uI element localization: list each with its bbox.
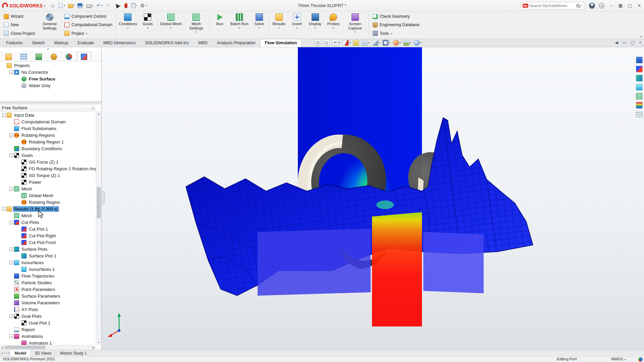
dropdown-caret-icon[interactable]: ▾	[92, 4, 93, 7]
tree-item[interactable]: -Animations	[0, 333, 96, 340]
configuration-manager-tab[interactable]	[47, 52, 61, 61]
tab-evaluate[interactable]: Evaluate	[73, 39, 99, 47]
search-box[interactable]: My ▾	[521, 2, 584, 9]
display-button[interactable]: Display▾	[306, 12, 324, 38]
user-account-icon[interactable]	[589, 3, 595, 9]
tab-flow-simulation[interactable]: Flow Simulation	[260, 39, 302, 47]
print-button[interactable]: ▾	[86, 3, 94, 9]
tree-item[interactable]: -Goal Plots	[0, 313, 96, 319]
legend-tool-icon[interactable]	[636, 102, 643, 109]
conditions-button[interactable]: Conditions▾	[117, 12, 139, 38]
rebuild-button[interactable]	[122, 2, 129, 9]
cut-plot-front-red[interactable]	[372, 212, 422, 326]
goals-button[interactable]: Goals▾	[139, 12, 157, 38]
home-button[interactable]	[49, 2, 56, 9]
doc-close-icon[interactable]: ×	[639, 40, 641, 45]
cascade-icon[interactable]: ▦	[618, 3, 623, 9]
scroll-down-icon[interactable]: ▼	[96, 340, 101, 345]
tree-item[interactable]: Rotating Region	[0, 199, 96, 205]
tab-scroll-arrow-0[interactable]: «	[1, 351, 3, 355]
tree-item[interactable]: Particle Studies	[0, 279, 96, 286]
isosurface-tool-icon[interactable]	[636, 84, 643, 90]
apply-scene-button[interactable]: ▾	[403, 40, 411, 46]
tab-solidworks-add-ins[interactable]: SOLIDWORKS Add-Ins	[140, 39, 194, 47]
insert-button[interactable]: Insert▾	[288, 12, 306, 38]
dropdown-caret-icon[interactable]: ▾	[379, 41, 380, 44]
computational-domain-button[interactable]: Computational Domain	[62, 21, 115, 29]
scroll-left-icon[interactable]: ◀	[0, 345, 5, 350]
panel-edge-grabber[interactable]	[102, 191, 105, 204]
section-view-button[interactable]: ▾	[342, 40, 351, 46]
tab-scroll-arrow-2[interactable]: ›	[6, 351, 7, 355]
dropdown-caret-icon[interactable]: ▾	[349, 41, 351, 44]
doc-tab-model[interactable]: Model	[11, 350, 31, 356]
logo-caret-icon[interactable]: ▸	[44, 4, 46, 7]
tree-item[interactable]: SG Torque (Z) 1	[0, 172, 96, 179]
tree-item[interactable]: Boundary Conditions	[0, 145, 96, 152]
tree-expander-icon[interactable]: -	[2, 113, 6, 117]
scroll-right-icon[interactable]: ▶	[91, 345, 96, 350]
tree-item[interactable]: XY Plots	[0, 306, 96, 313]
display-style-button[interactable]: ▾	[372, 40, 380, 46]
dropdown-caret-icon[interactable]: ▾	[127, 27, 128, 30]
tab-sketch[interactable]: Sketch	[27, 39, 49, 47]
general-settings-button[interactable]: General Settings	[38, 12, 61, 32]
horizontal-scroll-thumb[interactable]	[5, 346, 45, 349]
dropdown-caret-icon[interactable]: ▾	[410, 41, 411, 44]
check-geometry-button[interactable]: Check Geometry	[370, 12, 422, 20]
tree-item[interactable]: -No Connector	[0, 69, 96, 75]
dropdown-caret-icon[interactable]: ▾	[368, 41, 370, 44]
undo-button[interactable]: ▾	[95, 2, 104, 9]
select-cursor-button[interactable]: ▾	[113, 2, 122, 9]
tab-features[interactable]: Features	[1, 39, 27, 47]
tree-item[interactable]: Volume Parameters	[0, 299, 96, 306]
tree-expander-icon[interactable]: -	[9, 314, 13, 318]
dropdown-caret-icon[interactable]: ▾	[170, 27, 172, 30]
tree-expander-icon[interactable]: -	[9, 70, 13, 74]
pane-left-icon[interactable]: ◀	[615, 40, 618, 45]
search-input[interactable]	[530, 4, 575, 8]
dropdown-caret-icon[interactable]: ▾	[102, 4, 103, 7]
dropdown-caret-icon[interactable]: ▾	[239, 27, 240, 30]
dropdown-caret-icon[interactable]: ▾	[136, 4, 137, 7]
tree-item[interactable]: Computational Domain	[0, 118, 96, 125]
previous-view-button[interactable]: ▾	[332, 40, 340, 46]
cut-plot-tool-icon[interactable]	[636, 66, 643, 72]
mesh-tool-icon[interactable]	[636, 93, 643, 100]
dropdown-caret-icon[interactable]: ▾	[333, 27, 334, 30]
tree-item[interactable]: Point Parameters	[0, 286, 96, 293]
dropdown-caret-icon[interactable]: ▾	[278, 27, 280, 30]
3d-model-view[interactable]	[102, 47, 635, 350]
tree-item[interactable]: Cut Plot Front	[0, 239, 96, 246]
tree-item[interactable]: FG Rotating Region 1 Rotation Angl	[0, 165, 96, 172]
tree-expander-icon[interactable]: -	[9, 261, 13, 264]
tab-mbd-dimensions[interactable]: MBD Dimensions	[99, 39, 141, 47]
flow-projects-tab[interactable]	[1, 52, 15, 61]
batch-run-button[interactable]: Batch Run▾	[229, 12, 250, 38]
panel-splitter[interactable]	[0, 101, 101, 104]
tree-item[interactable]: Free Surface	[0, 75, 96, 82]
dropdown-caret-icon[interactable]: ▾	[259, 27, 260, 30]
restore-icon[interactable]: ▢	[627, 3, 633, 9]
tree-item[interactable]: GG Force (Z) 1	[0, 159, 96, 165]
tree-item[interactable]: -Rotating Regions	[0, 132, 96, 138]
solidworks-logo[interactable]: SOLIDWORKS ▸	[2, 3, 46, 9]
tree-item[interactable]: Power	[0, 179, 96, 185]
hide-show-items-button[interactable]: ▾	[382, 40, 390, 46]
tree-item[interactable]: Cut Plot 1	[0, 226, 96, 232]
parameter-list-tool-icon[interactable]	[636, 111, 643, 118]
zoom-area-button[interactable]	[323, 40, 330, 46]
tools-button[interactable]: Tools▾	[370, 29, 422, 38]
view-settings-button[interactable]: ▾	[414, 40, 422, 46]
cut-plot-right[interactable]	[423, 232, 484, 293]
tab-markup[interactable]: Markup	[50, 39, 73, 47]
tree-item[interactable]: -Input Data	[0, 112, 96, 118]
panel-splitter-handle[interactable]: ▴▾	[47, 48, 49, 50]
tree-expander-icon[interactable]: -	[9, 133, 13, 137]
dropdown-caret-icon[interactable]: ▾	[391, 32, 392, 35]
dropdown-caret-icon[interactable]: ▾	[73, 4, 75, 7]
tree-item[interactable]: -Results (1.fld, 0.300 s)	[0, 205, 96, 212]
cut-plot-front-left[interactable]	[258, 229, 371, 296]
tree-vertical-scrollbar[interactable]: ▲ ▼	[96, 112, 101, 345]
tab-analysis-preparation[interactable]: Analysis Preparation	[212, 39, 260, 47]
